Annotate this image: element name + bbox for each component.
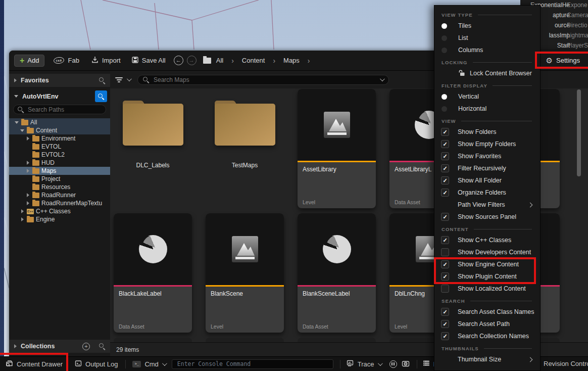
asset-tile-folder[interactable]: DLC_Labels <box>114 89 192 208</box>
add-collection-icon[interactable]: + <box>82 343 90 350</box>
vertical-scrollbar[interactable] <box>577 89 581 176</box>
menu-item-filter-recursively[interactable]: Filter Recursively <box>434 162 540 174</box>
search-icon <box>18 107 24 113</box>
tree-item-evtol2[interactable]: EVTOL2 <box>9 151 110 159</box>
menu-item-show-plugin-content[interactable]: Show Plugin Content <box>434 270 540 283</box>
expand-arrow-icon <box>21 209 24 213</box>
filter-icon[interactable] <box>115 77 123 82</box>
search-icon[interactable] <box>99 343 105 349</box>
asset-tile-level[interactable]: AssetLibrary Level <box>298 89 376 208</box>
import-icon <box>91 56 99 65</box>
arrow-left-icon: ← <box>176 58 181 63</box>
menu-item-show-localized-content[interactable]: Show Localized Content <box>434 283 540 295</box>
asset-name: AssetLibrary <box>303 166 371 173</box>
checkbox-unchecked-icon <box>441 248 449 256</box>
search-icon <box>143 77 149 83</box>
trace-button[interactable]: Trace <box>347 360 381 368</box>
tree-item-environment[interactable]: Environment <box>9 134 110 143</box>
radio-icon <box>442 48 447 53</box>
asset-tile-data-asset[interactable]: BlackLakeLabel Data Asset <box>114 213 192 333</box>
folder-icon <box>212 95 278 148</box>
forward-button[interactable]: → <box>187 56 197 65</box>
add-button[interactable]: + Add <box>14 55 44 67</box>
asset-name: DLC_Labels <box>136 162 169 169</box>
search-assets-input[interactable] <box>153 76 376 84</box>
tree-item-cpp-classes[interactable]: C++ C++ Classes <box>9 207 110 215</box>
menu-item-show-favorites[interactable]: Show Favorites <box>434 150 540 162</box>
menu-item-show-empty-folders[interactable]: Show Empty Folders <box>434 138 540 150</box>
search-assets-field[interactable] <box>137 75 389 85</box>
output-log-button[interactable]: Output Log <box>75 360 118 368</box>
cmd-selector[interactable]: >_ Cmd <box>132 360 165 368</box>
insights-record-icon[interactable] <box>389 360 397 368</box>
asset-tile-level[interactable]: BlankScene Level <box>206 213 284 333</box>
data-asset-icon <box>139 235 167 263</box>
favorites-header[interactable]: Favorites <box>9 74 110 87</box>
menu-item-thumbnail-size[interactable]: Thumbnail Size <box>434 353 540 365</box>
breadcrumb-all[interactable]: All <box>216 57 223 64</box>
menu-item-horizontal[interactable]: Horizontal <box>434 103 540 115</box>
menu-item-path-view-filters[interactable]: Path View Filters <box>434 199 540 211</box>
unlock-icon <box>458 69 466 78</box>
fab-icon: FAB <box>54 57 65 64</box>
menu-section-filter-display: FILTER DISPLAY <box>434 80 540 90</box>
screenshot-icon[interactable] <box>402 360 410 368</box>
tree-item-engine[interactable]: Engine <box>9 215 110 223</box>
tree-item-roadrunner[interactable]: RoadRunner <box>9 191 110 199</box>
settings-button[interactable]: ⚙ Settings <box>542 54 584 67</box>
tree-item-evtol[interactable]: EVTOL <box>9 143 110 151</box>
menu-item-vertical[interactable]: Vertical <box>434 90 540 103</box>
menu-item-lock-content-browser[interactable]: Lock Content Browser <box>434 67 540 79</box>
asset-tile-partial <box>298 338 376 342</box>
collections-header[interactable]: Collections + <box>9 340 110 353</box>
revision-control-button[interactable]: Revision Contro <box>544 360 588 367</box>
search-paths-field[interactable] <box>13 105 106 114</box>
checkbox-checked-icon <box>441 164 449 172</box>
menu-item-search-asset-path[interactable]: Search Asset Path <box>434 318 540 330</box>
menu-item-columns[interactable]: Columns <box>434 44 540 56</box>
project-root-row[interactable]: AutoVrtlEnv <box>9 90 110 103</box>
expand-arrow-icon <box>27 161 29 165</box>
menu-item-show-cpp-classes[interactable]: Show C++ Classes <box>434 234 540 246</box>
menu-item-show-all-folder[interactable]: Show All Folder <box>434 174 540 187</box>
save-all-button[interactable]: Save All <box>132 57 166 65</box>
menu-item-organize-folders[interactable]: Organize Folders <box>434 187 540 199</box>
breadcrumb-content[interactable]: Content <box>242 57 265 64</box>
menu-item-show-folders[interactable]: Show Folders <box>434 126 540 138</box>
chevron-down-icon[interactable] <box>127 76 132 81</box>
fab-button[interactable]: FAB Fab <box>54 57 79 64</box>
search-icon[interactable] <box>99 77 105 83</box>
menu-item-list[interactable]: List <box>434 32 540 44</box>
asset-type-label: Level <box>303 199 371 205</box>
path-search-toggle-button[interactable] <box>95 90 107 102</box>
tree-item-project[interactable]: Project <box>9 175 110 183</box>
menu-item-show-engine-content[interactable]: Show Engine Content <box>434 258 540 270</box>
content-drawer-button[interactable]: Content Drawer <box>5 360 63 368</box>
menu-item-tiles[interactable]: Tiles <box>434 20 540 32</box>
divider <box>417 360 417 368</box>
tree-item-hud[interactable]: HUD <box>9 159 110 167</box>
menu-item-show-developers-content[interactable]: Show Developers Content <box>434 246 540 258</box>
search-paths-input[interactable] <box>27 106 102 114</box>
tree-item-all[interactable]: All <box>9 118 110 126</box>
chevron-down-icon[interactable] <box>380 76 385 81</box>
back-button[interactable]: ← <box>174 56 183 65</box>
menu-section-content: CONTENT <box>434 224 540 234</box>
asset-tile-data-asset[interactable]: BlankSceneLabel Data Asset <box>298 213 376 333</box>
menu-item-show-sources-panel[interactable]: Show Sources Panel <box>434 211 540 223</box>
console-command-input[interactable] <box>176 360 329 368</box>
folder-icon <box>32 144 39 150</box>
expand-arrow-icon <box>27 201 29 205</box>
unreal-editor: ExponentialHe Expone apture Camera ource… <box>0 0 588 371</box>
tree-item-maps[interactable]: Maps <box>9 167 110 175</box>
tree-item-roadrunnermaptextures[interactable]: RoadRunnerMapTextu <box>9 199 110 207</box>
import-button[interactable]: Import <box>91 56 121 65</box>
breadcrumb-maps[interactable]: Maps <box>283 57 300 64</box>
tree-item-resources[interactable]: Resources <box>9 183 110 191</box>
tree-item-content[interactable]: Content <box>9 126 110 134</box>
checkbox-checked-icon <box>441 320 449 328</box>
console-command-field[interactable] <box>172 359 333 369</box>
asset-tile-folder[interactable]: TestMaps <box>206 89 284 208</box>
menu-item-search-asset-class-names[interactable]: Search Asset Class Names <box>434 306 540 318</box>
menu-item-search-collection-names[interactable]: Search Collection Names <box>434 330 540 342</box>
